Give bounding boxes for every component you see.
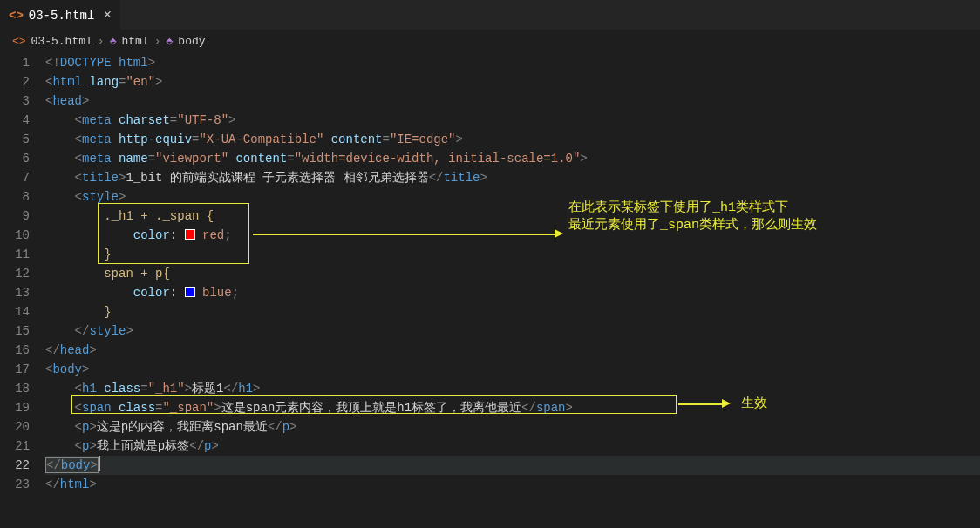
code-line: <head>	[45, 91, 980, 111]
code-line: }	[45, 245, 980, 264]
line-number: 9	[0, 206, 45, 226]
line-number: 17	[0, 360, 45, 379]
code-line: <meta name="viewport" content="width=dev…	[45, 149, 980, 168]
tab-filename: 03-5.html	[29, 9, 95, 23]
line-number: 4	[0, 111, 45, 130]
code-line: <body>	[45, 360, 980, 379]
code-line: color: red;	[45, 226, 980, 245]
code-line: ._h1 + ._span {	[45, 206, 980, 226]
breadcrumb-part: html	[121, 35, 148, 48]
chevron-right-icon: ›	[98, 35, 105, 48]
element-icon: ⬘	[110, 34, 117, 48]
line-number: 1	[0, 53, 45, 72]
line-number: 3	[0, 91, 45, 111]
breadcrumb-part: body	[178, 35, 205, 48]
line-number: 13	[0, 283, 45, 302]
line-number: 19	[0, 398, 45, 417]
annotation-text: 生效	[741, 396, 767, 413]
code-line: </body>	[45, 456, 980, 475]
arrow	[253, 234, 555, 235]
line-number: 12	[0, 264, 45, 283]
line-number: 7	[0, 168, 45, 187]
line-number: 2	[0, 72, 45, 91]
element-icon: ⬘	[167, 34, 174, 48]
tab-bar: <> 03-5.html ×	[0, 0, 980, 30]
code-line: <html lang="en">	[45, 72, 980, 91]
line-number-gutter: 1 2 3 4 5 6 7 8 9 10 11 12 13 14 15 16 1…	[0, 51, 45, 494]
line-number: 23	[0, 475, 45, 494]
breadcrumb-file: 03-5.html	[31, 35, 92, 48]
line-number: 21	[0, 437, 45, 456]
code-line: <h1 class="_h1">标题1</h1>	[45, 379, 980, 398]
code-editor[interactable]: 1 2 3 4 5 6 7 8 9 10 11 12 13 14 15 16 1…	[0, 51, 980, 494]
code-line: <span class="_span">这是span元素内容，我顶上就是h1标签…	[45, 398, 980, 417]
line-number: 15	[0, 322, 45, 341]
arrow	[678, 403, 722, 405]
cursor-icon	[99, 456, 100, 471]
code-line: </html>	[45, 475, 980, 494]
code-content[interactable]: <!DOCTYPE html> <html lang="en"> <head> …	[45, 51, 980, 494]
line-number: 10	[0, 226, 45, 245]
code-line: <!DOCTYPE html>	[45, 53, 980, 72]
line-number: 18	[0, 379, 45, 398]
line-number: 6	[0, 149, 45, 168]
line-number: 11	[0, 245, 45, 264]
close-icon[interactable]: ×	[103, 8, 112, 24]
line-number: 8	[0, 187, 45, 206]
line-number: 14	[0, 302, 45, 322]
color-swatch-red	[185, 229, 195, 240]
line-number: 22	[0, 456, 45, 475]
code-line: span + p{	[45, 264, 980, 283]
code-line: color: blue;	[45, 283, 980, 302]
arrow-head-icon	[722, 399, 731, 408]
line-number: 5	[0, 130, 45, 149]
code-line: <style>	[45, 187, 980, 206]
code-line: <meta charset="UTF-8">	[45, 111, 980, 130]
code-line: }	[45, 302, 980, 322]
code-line: <title>1_bit 的前端实战课程 子元素选择器 相邻兄弟选择器</tit…	[45, 168, 980, 187]
code-line: <meta http-equiv="X-UA-Compatible" conte…	[45, 130, 980, 149]
line-number: 16	[0, 341, 45, 360]
code-line: </style>	[45, 322, 980, 341]
code-line: </head>	[45, 341, 980, 360]
chevron-right-icon: ›	[154, 35, 161, 48]
html-file-icon: <>	[12, 35, 26, 48]
code-line: <p>我上面就是p标签</p>	[45, 437, 980, 456]
arrow-head-icon	[555, 229, 563, 238]
line-number: 20	[0, 417, 45, 437]
code-line: <p>这是p的内容，我距离span最近</p>	[45, 417, 980, 437]
html-file-icon: <>	[9, 9, 24, 23]
color-swatch-blue	[185, 287, 195, 297]
tab-active[interactable]: <> 03-5.html ×	[0, 0, 120, 30]
breadcrumb[interactable]: <> 03-5.html › ⬘ html › ⬘ body	[0, 30, 980, 51]
annotation-text: 在此表示某标签下使用了_h1类样式下 最近元素使用了_span类样式，那么则生效	[568, 200, 817, 234]
